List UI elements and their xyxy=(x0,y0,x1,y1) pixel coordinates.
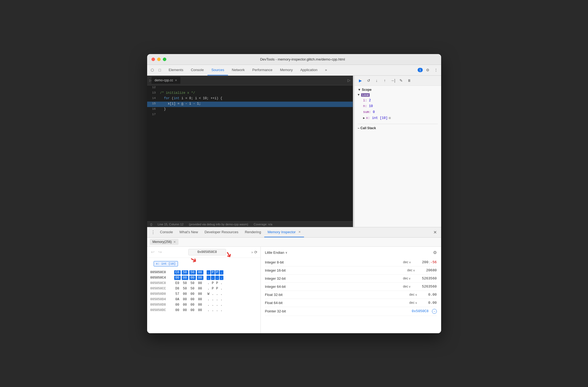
tab-application[interactable]: Application xyxy=(296,65,321,75)
value-row-int64: Integer 64-bit dec ∨ 5263560 xyxy=(265,283,437,291)
memory-tab-close-icon[interactable]: ✕ xyxy=(173,240,176,244)
cursor-icon[interactable]: ⬡ xyxy=(149,67,155,73)
float64-format-chevron: ∨ xyxy=(415,301,417,304)
maximize-button[interactable] xyxy=(163,58,166,61)
variable-badge[interactable]: x: int [10] xyxy=(154,261,178,266)
tab-memory-inspector[interactable]: Memory Inspector ✕ xyxy=(264,227,304,237)
hex-next-button[interactable]: › xyxy=(252,250,253,254)
scope-local-section: ▼ Local xyxy=(358,93,438,97)
call-stack-title: – Call Stack xyxy=(358,126,438,130)
bottom-panel-close[interactable]: ✕ xyxy=(431,230,439,235)
status-coverage: Coverage: n/a xyxy=(254,223,272,226)
source-tab-bar: ▷ demo-cpp.cc ✕ ▷ xyxy=(147,76,353,85)
tab-memory[interactable]: Memory xyxy=(276,65,296,75)
tab-sources[interactable]: Sources xyxy=(207,65,228,75)
step-out-button[interactable]: ↑ xyxy=(382,77,388,84)
source-tab-close-icon[interactable]: ✕ xyxy=(175,79,177,82)
memory-tab-bar: Memory(256) ✕ xyxy=(147,238,441,247)
bottom-panel: ⋮ Console What's New Developer Resources… xyxy=(147,227,441,333)
step-into-button[interactable]: ↓ xyxy=(374,77,380,84)
scope-var-n: n: 10 xyxy=(363,104,438,109)
code-line-14: 14 for (int i = 0; i < 10; ++i) { xyxy=(147,96,353,102)
scope-title: ▼ Scope xyxy=(358,88,438,92)
close-button[interactable] xyxy=(151,58,155,61)
device-icon[interactable]: □ xyxy=(157,67,163,73)
values-panel: Little Endian ∨ ⚙ Integer 8-bit dec ∨ 20… xyxy=(261,247,441,333)
code-editor: 12 13 /* initialize x */ 14 for (int i =… xyxy=(147,85,353,221)
tab-console-bottom[interactable]: Console xyxy=(157,227,176,237)
title-bar: DevTools - memory-inspector.glitch.me/de… xyxy=(147,54,441,65)
pointer-navigate-icon[interactable]: → xyxy=(432,309,437,314)
feedback-badge[interactable]: 1 xyxy=(418,68,422,72)
hex-toolbar: ↩ ↪ › ⟳ xyxy=(147,247,260,258)
resume-button[interactable]: ▶ xyxy=(357,77,364,84)
int64-format-chevron: ∨ xyxy=(409,285,411,288)
local-badge: Local xyxy=(361,93,370,97)
hex-row-4: 005050D0 57 00 00 00 W . . . xyxy=(147,291,260,297)
int32-format-chevron: ∨ xyxy=(409,277,411,280)
main-content: ▷ demo-cpp.cc ✕ ▷ 12 13 /* initialize x … xyxy=(147,76,441,227)
more-icon[interactable]: ⋮ xyxy=(433,67,439,73)
scope-content: ▼ Scope ▼ Local i: 2 n: 10 xyxy=(355,86,441,227)
call-stack-section: – Call Stack xyxy=(358,124,438,130)
bottom-tab-bar: ⋮ Console What's New Developer Resources… xyxy=(147,227,441,238)
tab-rendering[interactable]: Rendering xyxy=(242,227,264,237)
deactivate-button[interactable]: ✎ xyxy=(398,77,404,84)
source-file-tab[interactable]: demo-cpp.cc ✕ xyxy=(151,77,181,84)
float32-format-chevron: ∨ xyxy=(415,293,417,296)
source-panel: ▷ demo-cpp.cc ✕ ▷ 12 13 /* initialize x … xyxy=(147,76,353,227)
source-nav-icon[interactable]: ▷ xyxy=(149,79,151,82)
endian-select[interactable]: Little Endian ∨ xyxy=(265,251,288,255)
code-line-12: 12 xyxy=(147,85,353,91)
debug-toolbar: ▶ ↺ ↓ ↑ →| ✎ ⏸ xyxy=(355,76,441,86)
memory-256-tab[interactable]: Memory(256) ✕ xyxy=(150,239,179,245)
value-row-int32: Integer 32-bit dec ∨ 5263560 xyxy=(265,275,437,283)
nav-icons: ⬡ □ xyxy=(149,67,163,73)
tab-overflow[interactable]: » xyxy=(321,65,331,75)
memory-icon[interactable]: ⊞ xyxy=(389,115,391,121)
hex-panel: ↩ ↪ › ⟳ x: int [10] ➜ ➜ xyxy=(147,247,261,333)
hex-refresh-button[interactable]: ⟳ xyxy=(254,250,257,254)
tab-network[interactable]: Network xyxy=(228,65,249,75)
nav-right: 1 ⚙ ⋮ xyxy=(418,67,439,73)
hex-row-7: 005050DC 00 00 00 00 . . . . xyxy=(147,308,260,313)
step-over-button[interactable]: ↺ xyxy=(365,77,372,84)
value-row-ptr32: Pointer 32-bit 0x5050C8 → xyxy=(265,307,437,316)
values-settings-icon[interactable]: ⚙ xyxy=(433,250,437,255)
devtools-nav: ⬡ □ Elements Console Sources Network Per… xyxy=(147,65,441,76)
tab-whats-new[interactable]: What's New xyxy=(176,227,201,237)
tab-console[interactable]: Console xyxy=(187,65,208,75)
memory-inspector-body: ↩ ↪ › ⟳ x: int [10] ➜ ➜ xyxy=(147,247,441,333)
value-row-float32: Float 32-bit dec ∨ 0.00 xyxy=(265,291,437,299)
step-button[interactable]: →| xyxy=(390,77,396,84)
bottom-more-icon[interactable]: ⋮ xyxy=(149,230,157,235)
status-bar: {} Line 15, Column 12 (provided via debu… xyxy=(147,221,353,227)
memory-inspector-tab-close[interactable]: ✕ xyxy=(298,230,301,234)
tab-dev-resources[interactable]: Developer Resources xyxy=(201,227,242,237)
int8-format-chevron: ∨ xyxy=(409,261,411,264)
window-title: DevTools - memory-inspector.glitch.me/de… xyxy=(169,57,437,61)
nav-tabs: Elements Console Sources Network Perform… xyxy=(165,65,331,75)
hex-row-1: 005050C4 00 00 00 00 . . . . xyxy=(147,275,260,281)
hex-forward-button[interactable]: ↪ xyxy=(157,249,163,255)
hex-back-button[interactable]: ↩ xyxy=(150,249,156,255)
scope-panel: ▶ ↺ ↓ ↑ →| ✎ ⏸ ▼ Scope ▼ Local i: xyxy=(355,76,441,227)
source-forward-icon[interactable]: ▷ xyxy=(348,78,351,82)
tab-elements[interactable]: Elements xyxy=(165,65,187,75)
value-row-int8: Integer 8-bit dec ∨ 200 | -56 xyxy=(265,258,437,266)
scope-var-x[interactable]: ▶ x: int [10] ⊞ xyxy=(363,115,438,121)
settings-icon[interactable]: ⚙ xyxy=(425,67,431,73)
hex-rows: 005050C0 C8 50 50 00 . P P . xyxy=(147,269,260,314)
code-line-16: 16 } xyxy=(147,107,353,112)
scope-var-sum: sum: 0 xyxy=(363,109,438,115)
devtools-window: DevTools - memory-inspector.glitch.me/de… xyxy=(147,54,441,333)
pause-button[interactable]: ⏸ xyxy=(406,77,412,84)
value-row-int16: Integer 16-bit dec ∨ 20680 xyxy=(265,266,437,275)
status-icon: {} xyxy=(150,223,152,226)
scope-var-i: i: 2 xyxy=(363,98,438,104)
minimize-button[interactable] xyxy=(157,58,161,61)
pointer-link[interactable]: 0x5050C8 → xyxy=(412,309,437,314)
endian-header: Little Endian ∨ ⚙ xyxy=(265,250,437,255)
code-line-15: 15 x[i] = n - i - 1; xyxy=(147,102,353,107)
tab-performance[interactable]: Performance xyxy=(249,65,276,75)
